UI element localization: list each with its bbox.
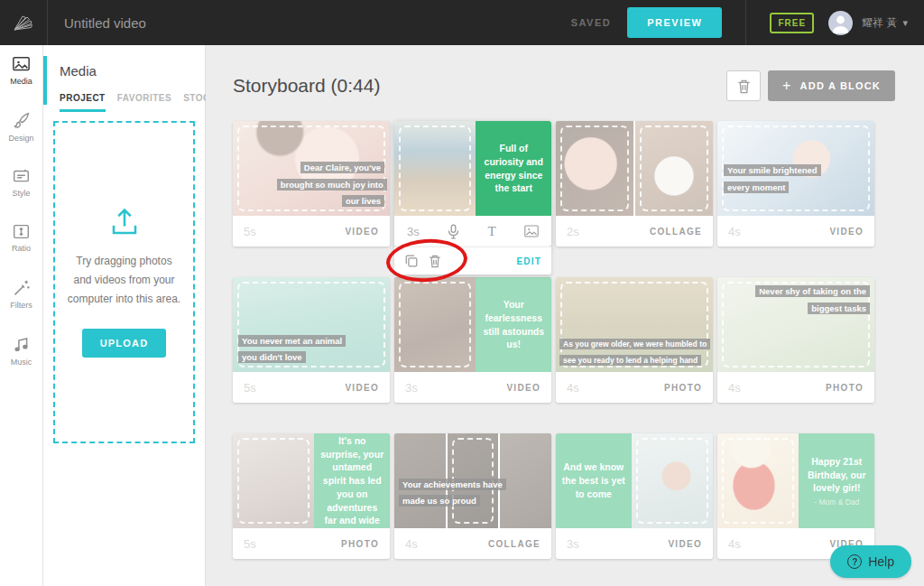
storyboard-block-8[interactable]: Never shy of taking on the biggest tasks…	[717, 277, 874, 403]
music-icon	[12, 335, 31, 354]
duplicate-block-icon[interactable]	[404, 254, 419, 268]
panel-title: Media	[60, 63, 205, 79]
chevron-down-icon[interactable]: ▾	[902, 17, 908, 29]
block-thumbnail: You never met an animal you didn't love	[233, 277, 390, 372]
edit-block-link[interactable]: EDIT	[516, 256, 541, 266]
app-logo[interactable]	[0, 0, 48, 45]
delete-block-button[interactable]	[726, 70, 761, 101]
block-duration: 3s	[567, 537, 579, 551]
storyboard-block-10[interactable]: Your achievements have made us so proud …	[394, 433, 551, 559]
divider	[745, 0, 746, 45]
block-type: VIDEO	[829, 227, 864, 237]
text-icon[interactable]: T	[487, 224, 495, 239]
block-caption: As you grew older, we were humbled to se…	[559, 339, 710, 366]
block-caption: Happy 21st Birthday, our lovely girl!	[804, 455, 869, 495]
storyboard-block-7[interactable]: As you grew older, we were humbled to se…	[556, 277, 713, 403]
block-thumbnail: Your fearlessness still astounds us!	[394, 277, 551, 372]
storyboard-block-3[interactable]: 2s COLLAGE	[556, 121, 713, 246]
tab-project[interactable]: PROJECT	[60, 93, 106, 112]
add-block-button[interactable]: + ADD A BLOCK	[768, 70, 895, 101]
block-duration: 3s	[405, 381, 418, 395]
help-button[interactable]: ? Help	[830, 545, 911, 578]
storyboard-block-12[interactable]: Happy 21st Birthday, our lovely girl! - …	[717, 433, 874, 559]
storyboard-block-1[interactable]: Dear Claire, you've brought so much joy …	[233, 121, 390, 246]
block-duration: 5s	[244, 381, 256, 395]
dropzone-text: Try dragging photos and videos from your…	[66, 252, 182, 309]
storyboard-block-9[interactable]: It's no surprise, your untamed spirit ha…	[233, 433, 390, 559]
sidebar-item-style[interactable]: Style	[12, 168, 31, 198]
block-duration: 4s	[567, 381, 579, 395]
sidebar-item-media[interactable]: Media	[10, 56, 32, 86]
block-subcaption: - Mom & Dad	[814, 498, 859, 507]
block-caption: Never shy of taking on the biggest tasks	[755, 285, 870, 314]
storyboard-block-6[interactable]: Your fearlessness still astounds us! 3s …	[394, 277, 551, 403]
storyboard-block-2-selected[interactable]: Full of curiosity and energy since the s…	[394, 121, 551, 246]
block-type: PHOTO	[341, 539, 379, 549]
block-duration: 3s	[407, 225, 420, 238]
crop-marquee	[399, 282, 471, 367]
top-bar: Untitled video SAVED PREVIEW FREE 耀祥 黃 ▾	[0, 0, 924, 45]
sidebar-item-ratio[interactable]: Ratio	[12, 223, 31, 253]
block-thumbnail: Never shy of taking on the biggest tasks	[717, 277, 874, 372]
fan-logo-icon	[12, 12, 35, 33]
storyboard-block-11[interactable]: And we know the best is yet to come 3s V…	[556, 433, 713, 559]
block-type: VIDEO	[345, 227, 379, 237]
style-icon	[12, 168, 31, 185]
media-panel: Media PROJECT FAVORITES STOCK Try draggi…	[43, 45, 206, 586]
block-caption: Dear Claire, you've brought so much joy …	[277, 162, 387, 207]
block-thumbnail: As you grew older, we were humbled to se…	[556, 277, 713, 372]
crop-marquee	[399, 126, 471, 211]
block-duration: 4s	[728, 381, 741, 395]
block-type: VIDEO	[668, 539, 702, 549]
microphone-icon[interactable]	[448, 224, 459, 239]
tab-favorites[interactable]: FAVORITES	[117, 93, 171, 112]
block-type: VIDEO	[345, 383, 379, 393]
page-title: Storyboard (0:44)	[233, 75, 380, 97]
storyboard-block-4[interactable]: Your smile brightened every moment 4s VI…	[717, 121, 874, 246]
block-caption: Full of curiosity and energy since the s…	[481, 142, 546, 195]
block-thumbnail: Full of curiosity and energy since the s…	[394, 121, 551, 216]
block-thumbnail: Dear Claire, you've brought so much joy …	[233, 121, 390, 216]
block-caption: Your achievements have made us so proud	[399, 479, 506, 507]
sidebar-item-music[interactable]: Music	[11, 335, 32, 367]
preview-button[interactable]: PREVIEW	[627, 7, 722, 38]
delete-block-icon[interactable]	[429, 254, 441, 268]
filters-icon	[12, 278, 31, 297]
trash-icon	[737, 79, 751, 94]
icon-rail: Media Design Style	[0, 45, 43, 586]
block-type: PHOTO	[826, 383, 864, 393]
media-tabs: PROJECT FAVORITES STOCK	[60, 93, 205, 112]
block-caption: It's no surprise, your untamed spirit ha…	[319, 434, 384, 527]
block-caption: And we know the best is yet to come	[561, 460, 626, 500]
crop-marquee	[640, 126, 708, 211]
plan-badge[interactable]: FREE	[770, 13, 814, 33]
upload-button[interactable]: UPLOAD	[82, 329, 167, 358]
block-type: COLLAGE	[488, 539, 541, 549]
block-duration: 2s	[567, 225, 579, 238]
block-thumbnail: Happy 21st Birthday, our lovely girl! - …	[717, 433, 874, 528]
block-thumbnail: It's no surprise, your untamed spirit ha…	[233, 433, 390, 528]
block-caption: Your fearlessness still astounds us!	[481, 298, 546, 351]
design-icon	[12, 111, 31, 130]
person-icon	[828, 11, 853, 35]
block-type: VIDEO	[506, 383, 541, 393]
image-icon[interactable]	[524, 225, 539, 237]
question-mark-icon: ?	[847, 554, 862, 569]
block-type: COLLAGE	[650, 227, 702, 237]
block-thumbnail: Your smile brightened every moment	[717, 121, 874, 216]
crop-marquee	[636, 438, 708, 524]
block-duration: 4s	[728, 225, 741, 238]
sidebar-item-design[interactable]: Design	[8, 111, 33, 143]
block-thumbnail: Your achievements have made us so proud	[394, 433, 551, 528]
ratio-icon	[12, 223, 31, 240]
upload-dropzone[interactable]: Try dragging photos and videos from your…	[53, 121, 195, 443]
crop-marquee	[722, 438, 794, 524]
avatar[interactable]	[828, 11, 853, 35]
crop-marquee	[560, 126, 629, 211]
video-title[interactable]: Untitled video	[64, 15, 146, 31]
block-duration: 4s	[728, 537, 741, 551]
sidebar-item-filters[interactable]: Filters	[10, 278, 32, 310]
upload-icon	[108, 207, 141, 237]
storyboard-block-5[interactable]: You never met an animal you didn't love …	[233, 277, 390, 403]
user-name: 耀祥 黃	[862, 15, 897, 31]
